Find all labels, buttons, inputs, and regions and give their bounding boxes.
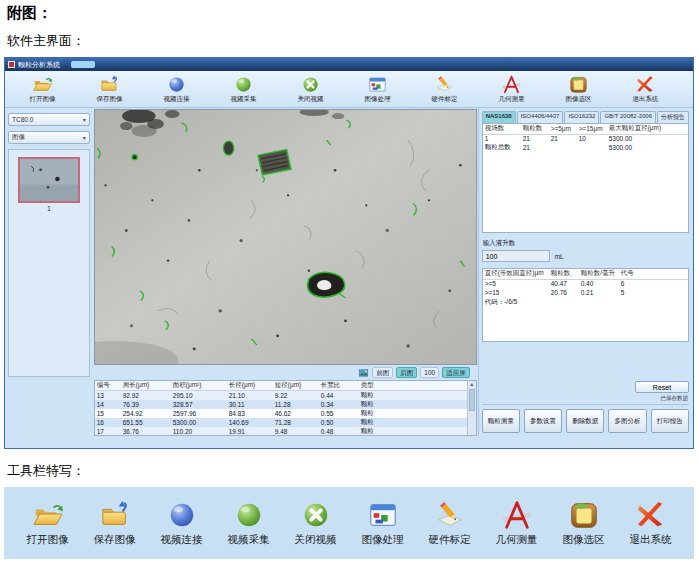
toolbar-label: 硬件标定 bbox=[432, 95, 458, 104]
toolbar-button-open-image[interactable]: 打开图像 bbox=[27, 500, 69, 547]
mode-dropdown-value: 图像 bbox=[12, 133, 25, 142]
prev-image-button[interactable]: 前图 bbox=[372, 367, 393, 378]
cell bbox=[549, 143, 577, 152]
cell: 15 bbox=[95, 409, 121, 418]
column-header: 颗粒数/毫升 bbox=[579, 269, 619, 279]
preview-icon bbox=[358, 368, 369, 378]
column-header: 视场数 bbox=[483, 124, 521, 134]
action-button[interactable]: 删除数据 bbox=[566, 409, 604, 433]
image-thumbnail[interactable] bbox=[18, 157, 80, 203]
tab-iso4406-4407[interactable]: ISO4406/4407 bbox=[517, 111, 564, 123]
open-image-icon bbox=[33, 75, 52, 94]
column-header[interactable]: 长宽比 bbox=[319, 381, 359, 391]
toolbar-button-geometry-measure[interactable]: 几何测量 bbox=[478, 75, 545, 104]
toolbar-button-video-capture[interactable]: 视频采集 bbox=[228, 500, 270, 547]
cell: 651.55 bbox=[121, 418, 171, 427]
tab-nas1638[interactable]: NAS1638 bbox=[482, 111, 516, 123]
next-image-button[interactable]: 后图 bbox=[396, 367, 417, 378]
toolbar-button-hardware-calibration[interactable]: 硬件标定 bbox=[411, 75, 478, 104]
column-header[interactable]: 长径(μm) bbox=[227, 381, 273, 391]
toolbar-label: 图像处理 bbox=[365, 95, 391, 104]
cell: 13 bbox=[95, 391, 121, 401]
action-buttons: 颗粒测量参数设置删除数据多图分析打印报告 bbox=[482, 404, 689, 433]
right-panel: NAS1638 ISO4406/4407 ISO16232 GB/T 20082… bbox=[478, 108, 693, 437]
cell: 9.22 bbox=[273, 391, 319, 401]
toolbar-button-save-image[interactable]: 保存图像 bbox=[94, 500, 136, 547]
tab-gbt20082[interactable]: GB/T 20082-2006 bbox=[600, 111, 656, 123]
image-process-icon bbox=[368, 75, 387, 94]
toolbar-button-image-process[interactable]: 图像处理 bbox=[344, 75, 411, 104]
table-row: 1 21 21 10 5300.00 bbox=[483, 134, 688, 143]
cleanliness-code: 代码：-/6/5 bbox=[483, 297, 688, 308]
saved-hint: 已保存数据 bbox=[482, 395, 688, 402]
cell: 颗粒 bbox=[359, 409, 467, 418]
column-header[interactable]: 短径(μm) bbox=[273, 381, 319, 391]
column-header: 颗粒数 bbox=[521, 124, 549, 134]
video-capture-icon bbox=[234, 75, 253, 94]
image-selection-icon bbox=[569, 75, 588, 94]
column-header[interactable]: 面积(μm²) bbox=[171, 381, 227, 391]
action-button[interactable]: 参数设置 bbox=[524, 409, 562, 433]
toolbar-button-hardware-calibration[interactable]: 硬件标定 bbox=[429, 500, 471, 547]
table-row[interactable]: 13 92.92 295.10 21.10 9.22 0.44 颗粒 bbox=[95, 391, 467, 401]
titlebar-button[interactable] bbox=[71, 61, 95, 68]
toolbar-button-geometry-measure[interactable]: 几何测量 bbox=[496, 500, 538, 547]
code-header-row: 直径(等效圆直径)μm颗粒数颗粒数/毫升代号 bbox=[483, 269, 688, 279]
objective-dropdown-value: TC80.0 bbox=[12, 116, 33, 123]
toolbar-button-image-selection[interactable]: 图像选区 bbox=[563, 500, 605, 547]
cell: 10 bbox=[577, 134, 607, 143]
standards-tabs: NAS1638 ISO4406/4407 ISO16232 GB/T 20082… bbox=[482, 111, 689, 123]
cell: 76.39 bbox=[121, 400, 171, 409]
action-button[interactable]: 多图分析 bbox=[608, 409, 646, 433]
volume-input[interactable] bbox=[482, 250, 550, 262]
table-row[interactable]: 17 36.76 110.20 19.91 9.48 0.48 颗粒 bbox=[95, 427, 467, 436]
stats-header-row: 视场数颗粒数>=5μm>=15μm最大颗粒直径(μm) bbox=[483, 124, 688, 134]
column-header: 代号 bbox=[619, 269, 688, 279]
toolbar-button-video-connect[interactable]: 视频连接 bbox=[161, 500, 203, 547]
cell: 颗粒 bbox=[359, 391, 467, 401]
toolbar-button-image-process[interactable]: 图像处理 bbox=[362, 500, 404, 547]
cell: 140.69 bbox=[227, 418, 273, 427]
cell: 21 bbox=[521, 143, 549, 152]
cell: 254.92 bbox=[121, 409, 171, 418]
cell: 5300.00 bbox=[607, 143, 688, 152]
table-scrollbar[interactable]: ▲ bbox=[467, 381, 476, 435]
volume-input-label: 输入液升数 bbox=[483, 239, 689, 248]
cell: 5 bbox=[619, 288, 688, 297]
toolbar-button-image-selection[interactable]: 图像选区 bbox=[545, 75, 612, 104]
toolbar-button-video-close[interactable]: 关闭视频 bbox=[295, 500, 337, 547]
toolbar-button-save-image[interactable]: 保存图像 bbox=[76, 75, 143, 104]
toolbar-button-exit-system[interactable]: 退出系统 bbox=[612, 75, 679, 104]
column-header[interactable]: 编号 bbox=[95, 381, 121, 391]
stats-table: 视场数颗粒数>=5μm>=15μm最大颗粒直径(μm) 1 21 21 10 5… bbox=[483, 124, 688, 152]
cell: 92.92 bbox=[121, 391, 171, 401]
objective-dropdown[interactable]: TC80.0 ▾ bbox=[8, 113, 90, 126]
cell: >=5 bbox=[483, 279, 549, 288]
toolbar-button-exit-system[interactable]: 退出系统 bbox=[630, 500, 672, 547]
tab-analysis-report[interactable]: 分析报告 bbox=[657, 111, 689, 123]
action-button[interactable]: 打印报告 bbox=[651, 409, 689, 433]
cell: 84.83 bbox=[227, 409, 273, 418]
reset-button[interactable]: Reset bbox=[635, 381, 689, 393]
cell: 6 bbox=[619, 279, 688, 288]
column-header[interactable]: 类型 bbox=[359, 381, 467, 391]
scrollbar-thumb[interactable] bbox=[469, 389, 475, 411]
action-button[interactable]: 颗粒测量 bbox=[482, 409, 520, 433]
geometry-measure-icon bbox=[502, 75, 521, 94]
app-titlebar: 颗粒分析系统 bbox=[5, 58, 693, 71]
table-row[interactable]: 14 76.39 328.57 30.11 11.28 0.34 颗粒 bbox=[95, 400, 467, 409]
toolbar-button-open-image[interactable]: 打开图像 bbox=[9, 75, 76, 104]
toolbar-button-video-connect[interactable]: 视频连接 bbox=[143, 75, 210, 104]
table-row[interactable]: 16 651.55 5300.00 140.69 71.28 0.50 颗粒 bbox=[95, 418, 467, 427]
table-row[interactable]: 15 254.92 2597.96 84.83 46.62 0.55 颗粒 bbox=[95, 409, 467, 418]
toolbar-button-video-capture[interactable]: 视频采集 bbox=[210, 75, 277, 104]
toolbar-button-video-close[interactable]: 关闭视频 bbox=[277, 75, 344, 104]
tab-iso16232[interactable]: ISO16232 bbox=[564, 111, 599, 123]
mode-dropdown[interactable]: 图像 ▾ bbox=[8, 131, 90, 144]
microscopy-viewer[interactable] bbox=[94, 109, 477, 365]
cell: 30.11 bbox=[227, 400, 273, 409]
app-content: TC80.0 ▾ 图像 ▾ 1 bbox=[5, 108, 693, 437]
heading-toolbar-closeup: 工具栏特写： bbox=[7, 462, 698, 480]
column-header[interactable]: 周长(μm) bbox=[121, 381, 171, 391]
fit-screen-button[interactable]: 适应屏 bbox=[442, 367, 470, 378]
